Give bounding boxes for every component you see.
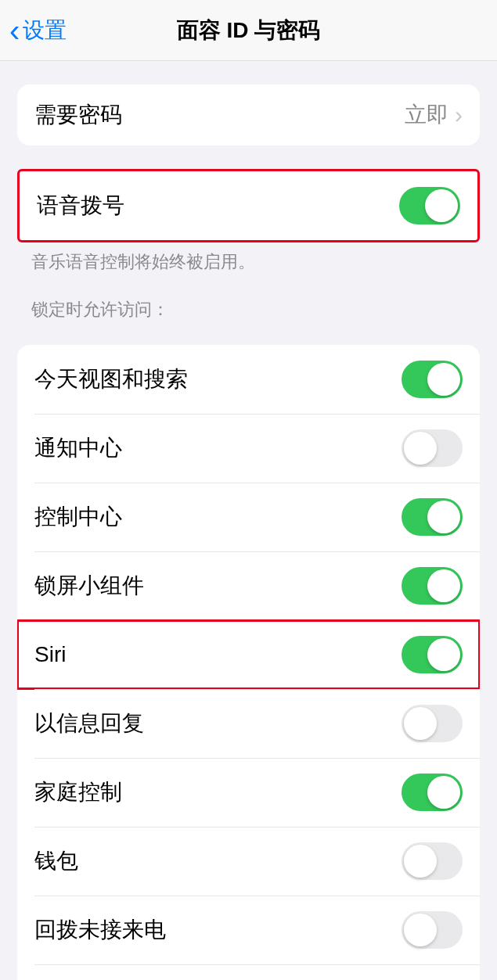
row-lock-access-item: 回拨未接来电 (17, 896, 480, 964)
row-lock-access-item: 家庭控制 (17, 758, 480, 827)
row-voice-dial: 语音拨号 (20, 171, 477, 240)
back-button[interactable]: ‹ 设置 (0, 15, 76, 46)
row-label: 语音拨号 (37, 191, 399, 221)
group-voice-dial: 语音拨号 (17, 169, 480, 242)
toggle-knob (427, 638, 460, 671)
toggle-knob (427, 363, 460, 396)
page-title: 面容 ID 与密码 (177, 16, 321, 45)
lock-access-toggle[interactable] (402, 842, 463, 880)
row-label: 今天视图和搜索 (34, 364, 402, 394)
row-label: 家庭控制 (34, 777, 402, 807)
lock-access-toggle[interactable] (402, 498, 463, 536)
toggle-knob (427, 501, 460, 533)
voice-dial-toggle[interactable] (399, 187, 460, 224)
row-lock-access-item: 通知中心 (17, 414, 480, 483)
group-lock-access: 今天视图和搜索通知中心控制中心锁屏小组件Siri以信息回复家庭控制钱包回拨未接来… (17, 345, 480, 980)
toggle-knob (404, 432, 437, 465)
row-lock-access-item: 钱包 (17, 827, 480, 896)
toggle-knob (425, 189, 458, 222)
row-lock-access-item: 以信息回复 (17, 689, 480, 758)
settings-content: 需要密码 立即 › 语音拨号 音乐语音控制将始终被启用。 锁定时允许访问： 今天… (0, 84, 497, 980)
voice-dial-footer: 音乐语音控制将始终被启用。 (31, 250, 480, 275)
row-label: Siri (34, 642, 402, 667)
lock-access-toggle[interactable] (402, 567, 463, 605)
row-label: 以信息回复 (34, 709, 402, 738)
back-label: 设置 (23, 16, 67, 45)
group-require-passcode: 需要密码 立即 › (17, 84, 480, 145)
toggle-knob (404, 707, 437, 740)
row-lock-access-item: Siri (17, 619, 480, 690)
toggle-knob (427, 776, 460, 809)
lock-access-header: 锁定时允许访问： (31, 298, 480, 321)
row-label: 通知中心 (34, 433, 402, 463)
row-label: 回拨未接来电 (34, 915, 402, 945)
lock-access-toggle[interactable] (402, 911, 463, 949)
row-label: 钱包 (34, 846, 402, 876)
row-label: 需要密码 (34, 100, 405, 130)
toggle-knob (404, 914, 437, 946)
row-lock-access-item: 锁屏小组件 (17, 551, 480, 620)
lock-access-toggle[interactable] (402, 705, 463, 742)
row-lock-access-item: 今天视图和搜索 (17, 345, 480, 414)
chevron-left-icon: ‹ (9, 15, 20, 46)
row-label: 锁屏小组件 (34, 571, 402, 601)
toggle-knob (427, 569, 460, 602)
lock-access-toggle[interactable] (402, 636, 463, 673)
lock-access-toggle[interactable] (402, 429, 463, 467)
row-value: 立即 (405, 100, 448, 130)
chevron-right-icon: › (455, 102, 463, 128)
toggle-knob (404, 845, 437, 878)
navigation-bar: ‹ 设置 面容 ID 与密码 (0, 0, 497, 61)
row-label: 控制中心 (34, 502, 402, 532)
row-require-passcode[interactable]: 需要密码 立即 › (17, 84, 480, 145)
lock-access-toggle[interactable] (402, 361, 463, 398)
row-lock-access-item: 控制中心 (17, 483, 480, 551)
row-lock-access-item: USB 配件 (17, 964, 480, 980)
lock-access-toggle[interactable] (402, 774, 463, 811)
